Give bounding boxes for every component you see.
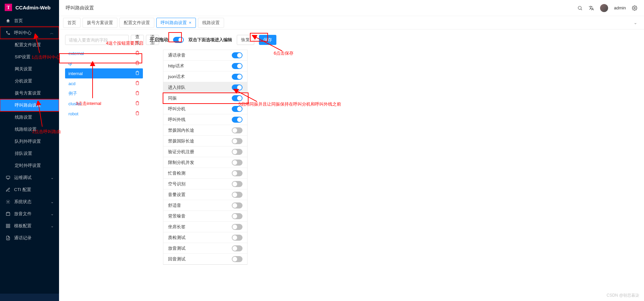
delete-icon[interactable] [135, 101, 140, 106]
option-row-15[interactable]: 背景噪音 [163, 211, 247, 222]
option-toggle[interactable] [232, 224, 243, 230]
option-label: 限制分机并发 [168, 160, 194, 166]
option-row-11[interactable]: 忙音检测 [163, 168, 247, 179]
route-list: externalqiinternalacd例子clusterrobot [65, 48, 143, 119]
option-row-2[interactable]: json话术 [163, 71, 247, 82]
option-toggle[interactable] [232, 84, 243, 91]
option-toggle[interactable] [232, 202, 243, 208]
tab-3[interactable]: 呼叫路由设置× [156, 18, 196, 28]
option-toggle[interactable] [232, 213, 243, 219]
option-row-12[interactable]: 空号识别 [163, 179, 247, 189]
sidebar-item-8[interactable]: 队列外呼设置 [0, 135, 59, 147]
sidebar-item-3[interactable]: 分机设置 [0, 75, 59, 87]
nav-group-1[interactable]: CTI 配置 [0, 184, 59, 196]
watermark: CSDN @朝思暮柒 [606, 293, 639, 298]
sidebar-item-4[interactable]: 拨号方案设置 [0, 87, 59, 99]
nav-group-0[interactable]: 运维调试⌄ [0, 172, 59, 184]
option-toggle[interactable] [232, 170, 243, 176]
translate-icon[interactable] [589, 5, 594, 11]
tab-1[interactable]: 拨号方案设置 [83, 18, 117, 28]
nav-group-5[interactable]: 通话记录 [0, 232, 59, 244]
option-toggle[interactable] [232, 160, 243, 166]
save-button[interactable]: 保存 [259, 35, 276, 45]
option-row-5[interactable]: 呼叫分机 [163, 104, 247, 114]
option-row-1[interactable]: http话术 [163, 61, 247, 71]
route-item-qi[interactable]: qi [65, 58, 143, 68]
sidebar-item-2[interactable]: 网关设置 [0, 63, 59, 75]
gear-icon[interactable] [632, 5, 637, 11]
sidebar-item-6[interactable]: 线路设置 [0, 111, 59, 123]
sidebar-item-1[interactable]: SIP设置 [0, 51, 59, 63]
option-toggle[interactable] [232, 127, 243, 133]
option-toggle[interactable] [232, 117, 243, 123]
option-row-4[interactable]: 同振 [163, 93, 247, 104]
option-row-18[interactable]: 放音测试 [163, 243, 247, 254]
sidebar-item-7[interactable]: 线路组设置 [0, 123, 59, 135]
option-row-0[interactable]: 通话录音 [163, 50, 247, 61]
avatar[interactable] [600, 4, 608, 12]
option-row-9[interactable]: 验证分机注册 [163, 146, 247, 157]
route-item-cluster[interactable]: cluster [65, 99, 143, 109]
search-input[interactable] [65, 35, 129, 45]
close-icon[interactable]: × [189, 19, 192, 26]
option-row-8[interactable]: 禁拨国际长途 [163, 136, 247, 146]
option-toggle[interactable] [232, 52, 243, 58]
find-button[interactable]: 查找 [131, 35, 144, 45]
admin-name: admin [614, 5, 626, 10]
option-label: 同振 [168, 95, 177, 101]
option-row-17[interactable]: 质检测试 [163, 232, 247, 243]
nav-group-2[interactable]: 系统状态⌄ [0, 196, 59, 208]
route-item-acd[interactable]: acd [65, 78, 143, 88]
route-item-例子[interactable]: 例子 [65, 88, 143, 99]
drag-toggle[interactable] [173, 37, 184, 43]
option-toggle[interactable] [232, 63, 243, 69]
sidebar-item-0[interactable]: 配置文件设置 [0, 39, 59, 51]
option-toggle[interactable] [232, 149, 243, 155]
delete-icon[interactable] [135, 81, 140, 86]
tab-4[interactable]: 线路设置 [198, 18, 224, 28]
nav-group-4[interactable]: 模板配置⌄ [0, 220, 59, 232]
tab-2[interactable]: 配置文件设置 [119, 18, 154, 28]
tab-0[interactable]: 首页 [63, 18, 80, 28]
option-label: 放音测试 [168, 245, 185, 251]
option-toggle[interactable] [232, 181, 243, 187]
option-toggle[interactable] [232, 235, 243, 241]
delete-icon[interactable] [135, 111, 140, 116]
option-row-10[interactable]: 限制分机并发 [163, 157, 247, 168]
option-toggle[interactable] [232, 74, 243, 80]
nav-home[interactable]: 首页 [0, 15, 59, 27]
sidebar-item-9[interactable]: 排队设置 [0, 147, 59, 160]
option-row-3[interactable]: 进入排队 [163, 82, 247, 93]
drag-label: 开启拖动 [150, 37, 168, 43]
option-row-7[interactable]: 禁拨国内长途 [163, 125, 247, 136]
route-item-external[interactable]: external [65, 48, 143, 58]
search-icon[interactable] [577, 5, 583, 11]
sidebar-item-10[interactable]: 定时外呼设置 [0, 160, 59, 172]
sidebar-item-5[interactable]: 呼叫路由设置 [0, 99, 59, 111]
option-toggle[interactable] [232, 256, 243, 262]
breadcrumb: 呼叫路由设置 [66, 5, 94, 11]
option-toggle[interactable] [232, 95, 243, 101]
restore-button[interactable]: 恢复 [237, 35, 254, 45]
option-row-19[interactable]: 回音测试 [163, 254, 247, 264]
nav-call-center[interactable]: 呼叫中心 ︿ [0, 27, 59, 39]
delete-icon[interactable] [135, 51, 140, 56]
route-item-internal[interactable]: internal [65, 68, 143, 78]
option-toggle[interactable] [232, 106, 243, 112]
option-row-16[interactable]: 坐席长签 [163, 222, 247, 232]
delete-icon[interactable] [135, 71, 140, 76]
option-row-14[interactable]: 舒适音 [163, 200, 247, 211]
nav-group-3[interactable]: 放音文件⌄ [0, 208, 59, 220]
tabs-expand-icon[interactable]: ⌄ [631, 19, 640, 26]
option-label: 回音测试 [168, 256, 185, 262]
option-row-6[interactable]: 呼叫外线 [163, 114, 247, 125]
option-row-13[interactable]: 音量设置 [163, 189, 247, 200]
option-toggle[interactable] [232, 138, 243, 144]
route-item-robot[interactable]: robot [65, 109, 143, 119]
delete-icon[interactable] [135, 91, 140, 96]
option-toggle[interactable] [232, 245, 243, 251]
delete-icon[interactable] [135, 61, 140, 66]
option-toggle[interactable] [232, 192, 243, 198]
side-nav: 首页 呼叫中心 ︿ 配置文件设置SIP设置网关设置分机设置拨号方案设置呼叫路由设… [0, 15, 59, 294]
option-label: 背景噪音 [168, 213, 185, 219]
